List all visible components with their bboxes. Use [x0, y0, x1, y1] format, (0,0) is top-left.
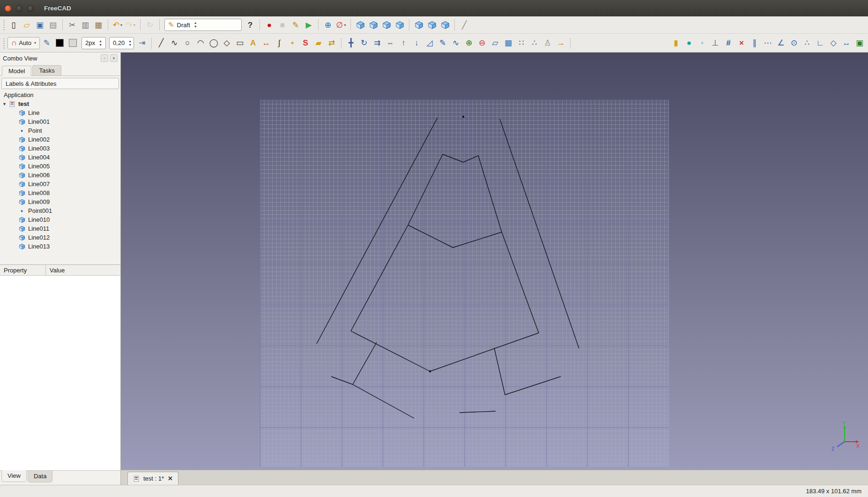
rotate-button[interactable]: ↻ — [358, 37, 370, 49]
panel-splitter[interactable] — [0, 261, 120, 264]
redo-button[interactable]: ↷▾ — [125, 19, 137, 31]
snap-center-button[interactable]: ⊙ — [788, 37, 800, 49]
wire-to-bspline-button[interactable]: ∿ — [450, 37, 462, 49]
view-left-button[interactable] — [439, 19, 451, 31]
tab-data[interactable]: Data — [28, 471, 52, 482]
view-bottom-button[interactable] — [426, 19, 438, 31]
snap-angle-button[interactable]: ∠ — [775, 37, 787, 49]
tree-item-Line011[interactable]: Line011 — [1, 224, 120, 233]
save-document-button[interactable]: ▣ — [34, 19, 46, 31]
tree-item-Line002[interactable]: Line002 — [1, 135, 120, 144]
draft-wire-button[interactable]: ∿ — [168, 37, 180, 49]
delete-point-button[interactable]: ⊖ — [476, 37, 488, 49]
tree-item-Line004[interactable]: Line004 — [1, 153, 120, 162]
view-front-button[interactable] — [367, 19, 379, 31]
tree-item-Line010[interactable]: Line010 — [1, 215, 120, 224]
value-column-header[interactable]: Value — [46, 265, 68, 275]
draw-style-button[interactable]: ∅▾ — [335, 19, 347, 31]
whats-this-button[interactable]: ? — [244, 19, 256, 31]
fit-all-button[interactable]: ⊕ — [322, 19, 334, 31]
3d-viewport[interactable]: Y X Z — [121, 53, 868, 470]
tree-item-Line006[interactable]: Line006 — [1, 171, 120, 180]
trimex-button[interactable]: ⇔ — [384, 37, 396, 49]
snap-perpendicular-button[interactable]: ⊥ — [709, 37, 721, 49]
macro-stop-button[interactable]: ■ — [276, 19, 289, 31]
draft-rectangle-button[interactable]: ▭ — [234, 37, 246, 49]
draft-dimension-button[interactable]: ↔ — [260, 37, 272, 49]
tree-item-Line009[interactable]: Line009 — [1, 197, 120, 206]
property-column-header[interactable]: Property — [0, 265, 46, 275]
tree-item-Line013[interactable]: Line013 — [1, 242, 120, 251]
clone-button[interactable]: ♙ — [542, 37, 554, 49]
draft-heal-button[interactable]: → — [555, 37, 567, 49]
view-right-button[interactable] — [393, 19, 406, 31]
toolbar-handle-file[interactable] — [3, 19, 5, 30]
snap-dimensions-button[interactable]: ↔ — [840, 37, 853, 49]
toolbar-handle-draft[interactable] — [3, 38, 5, 49]
macro-edit-button[interactable]: ✎ — [289, 19, 302, 31]
tab-view[interactable]: View — [1, 470, 27, 482]
path-array-button[interactable]: ∷ — [515, 37, 527, 49]
draft-facebinder-button[interactable]: ▰ — [312, 37, 325, 49]
draft-arc-button[interactable]: ◠ — [194, 37, 207, 49]
draft-text-button[interactable]: A — [247, 37, 259, 49]
tree-item-Line001[interactable]: Line001 — [1, 117, 120, 126]
draft-polygon-button[interactable]: ◇ — [221, 37, 233, 49]
panel-float-button[interactable]: ▫ — [101, 54, 108, 62]
measure-distance-button[interactable]: ╱ — [458, 19, 470, 31]
tree-item-Line008[interactable]: Line008 — [1, 188, 120, 197]
draft-circle-button[interactable]: ○ — [181, 37, 193, 49]
snap-special-button[interactable]: ◇ — [827, 37, 839, 49]
tab-tasks[interactable]: Tasks — [32, 65, 61, 75]
snap-near-button[interactable]: ∴ — [801, 37, 813, 49]
add-point-button[interactable]: ⊕ — [463, 37, 475, 49]
move-button[interactable]: ╋ — [345, 37, 357, 49]
snap-master-button[interactable]: ∩Auto▾ — [7, 37, 40, 49]
macro-execute-button[interactable]: ▶ — [303, 19, 315, 31]
tree-item-document-test[interactable]: ▼ test — [1, 99, 120, 108]
tree-item-Line007[interactable]: Line007 — [1, 180, 120, 188]
scale-button[interactable]: ◿ — [423, 37, 436, 49]
face-color-swatch[interactable] — [67, 37, 79, 49]
snap-working-plane-button[interactable]: ▣ — [853, 37, 866, 49]
draft-shapestring-button[interactable]: S — [299, 37, 312, 49]
tree-item-Point001[interactable]: ●Point001 — [1, 206, 120, 215]
snap-endpoint-button[interactable]: ● — [683, 37, 695, 49]
snap-grid-button[interactable]: # — [722, 37, 734, 49]
point-array-button[interactable]: ∴ — [528, 37, 541, 49]
workbench-selector[interactable]: ✎Draft▲▼ — [164, 19, 242, 31]
line-width-select[interactable]: 2px▲▼ — [82, 37, 106, 49]
document-tab-close-icon[interactable]: ✕ — [168, 475, 173, 482]
scale-ratio-spinbox[interactable]: 0,20▲▼ — [109, 37, 134, 49]
draft-to-sketch-button[interactable]: ⇄ — [326, 37, 338, 49]
tree-item-Line[interactable]: Line — [1, 108, 120, 117]
snap-midpoint-button[interactable]: ◦ — [696, 37, 708, 49]
print-button[interactable]: ▤ — [47, 19, 59, 31]
snap-intersection-button[interactable]: × — [735, 37, 748, 49]
draft-line-button[interactable]: ╱ — [155, 37, 167, 49]
snap-extension-button[interactable]: ⋯ — [762, 37, 774, 49]
labels-attributes-header[interactable]: Labels & Attributes — [1, 78, 119, 89]
draft-point-button[interactable]: • — [286, 37, 298, 49]
view-top-button[interactable] — [380, 19, 393, 31]
snap-parallel-button[interactable]: ∥ — [749, 37, 761, 49]
draft-ellipse-button[interactable]: ◯ — [208, 37, 220, 49]
window-minimize-button[interactable] — [16, 5, 22, 12]
window-close-button[interactable] — [5, 5, 11, 12]
line-color-swatch[interactable] — [54, 37, 66, 49]
refresh-button[interactable]: ↻ — [144, 19, 156, 31]
shape-2d-view-button[interactable]: ▱ — [489, 37, 501, 49]
tree-item-Line012[interactable]: Line012 — [1, 233, 120, 242]
panel-close-button[interactable]: × — [110, 54, 118, 62]
tree-item-Line003[interactable]: Line003 — [1, 144, 120, 153]
open-document-button[interactable]: ▱ — [21, 19, 33, 31]
upgrade-button[interactable]: ↑ — [397, 37, 409, 49]
offset-button[interactable]: ⇉ — [371, 37, 383, 49]
expander-icon[interactable]: ▼ — [1, 102, 8, 106]
tree-item-Point[interactable]: ●Point — [1, 126, 120, 135]
array-button[interactable]: ▩ — [502, 37, 514, 49]
new-document-button[interactable]: ▯ — [7, 19, 20, 31]
window-maximize-button[interactable] — [27, 5, 34, 12]
cut-button[interactable]: ✂ — [66, 19, 78, 31]
view-axonometric-button[interactable] — [354, 19, 366, 31]
